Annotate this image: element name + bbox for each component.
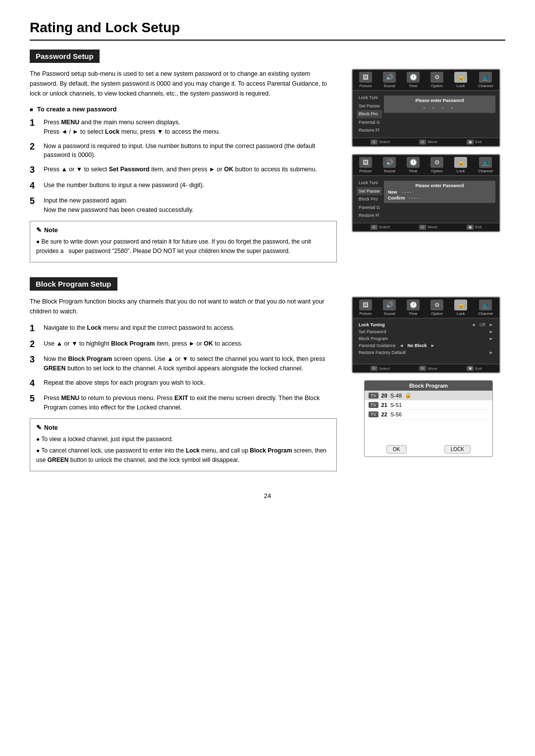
tv-footer-3: ⊙ Select ⊙ Move ▣ Exit: [353, 364, 499, 372]
password-setup-heading: Password Setup: [30, 50, 100, 63]
tv-icon-lock-3: 🔒 Lock: [454, 300, 467, 316]
tv-icon-channel-3: 📺 Channel: [478, 300, 493, 316]
tv-menu-bar-1: 🖼 Picture 🔊 Sound 🕐 Time ⚙ Option: [353, 70, 499, 91]
tv-icon-option-2: ⚙ Option: [430, 157, 443, 173]
tv-dialog-2: Please enter Password New - - - - Confir…: [384, 181, 495, 203]
note-item-1: Be sure to write down your password and …: [36, 237, 330, 256]
tv-icon-channel-1: 📺 Channel: [478, 72, 493, 88]
bp-step-4: 4 Repeat the above steps for each progra…: [30, 378, 337, 389]
bp-row-3: TV 22 S-56: [365, 410, 492, 419]
bp-lock-button[interactable]: LOCK: [444, 445, 471, 454]
note-icon: ✎: [36, 225, 42, 235]
tv-footer-1: ⊙ Select ⊙ Move ▣ Exit: [353, 138, 499, 146]
tv-mockup-2: 🖼 Picture 🔊 Sound 🕐 Time ⚙ Option: [352, 154, 500, 232]
block-program-heading: Block Program Setup: [30, 277, 117, 291]
page-number: 24: [30, 492, 505, 500]
bp-ok-button[interactable]: OK: [386, 445, 406, 454]
block-program-section: Block Program Setup The Block Program fu…: [30, 277, 505, 477]
step-3: 3 Press ▲ or ▼ to select Set Password it…: [30, 165, 337, 176]
bp-step-3: 3 Now the Block Program screen opens. Us…: [30, 354, 337, 373]
tv-icon-time-2: 🕐 Time: [407, 157, 420, 173]
note-label: Note: [44, 225, 58, 235]
step-5: 5 Input the new password again.Now the n…: [30, 196, 337, 215]
bp-row-2: TV 21 S-51: [365, 401, 492, 410]
tv-menu-list-2: Lock Tuni Set Passw Block Pro Parental G…: [357, 179, 382, 220]
block-program-note: ✎ Note To view a locked channel, just in…: [30, 418, 337, 472]
tv-icon-sound-1: 🔊 Sound: [383, 72, 396, 88]
tv-icon-sound-3: 🔊 Sound: [383, 300, 396, 316]
tv-icon-channel-2: 📺 Channel: [478, 157, 493, 173]
tv-icon-picture-3: 🖼 Picture: [359, 300, 372, 316]
block-program-left: The Block Program function blocks any ch…: [30, 297, 337, 477]
page-title: Rating and Lock Setup: [30, 20, 505, 41]
tv-icon-time-3: 🕐 Time: [407, 300, 420, 316]
step-2: 2 Now a password is required to input. U…: [30, 142, 337, 160]
block-program-intro: The Block Program function blocks any ch…: [30, 297, 337, 316]
password-setup-right: 🖼 Picture 🔊 Sound 🕐 Time ⚙ Option: [352, 69, 505, 268]
password-setup-left: The Password setup sub-menu is used to s…: [30, 69, 337, 268]
block-program-right: 🖼 Picture 🔊 Sound 🕐 Time ⚙ Option: [352, 297, 505, 477]
subsection-new-password: To create a new password: [30, 105, 337, 113]
tv-menu-bar-2: 🖼 Picture 🔊 Sound 🕐 Time ⚙ Option: [353, 155, 499, 176]
tv-icon-lock-2: 🔒 Lock: [454, 157, 467, 173]
step-1: 1 Press MENU and the main menu screen di…: [30, 118, 337, 137]
bp-row-1: TV 20 S-48 🔒: [365, 391, 492, 401]
block-program-box: Block Program TV 20 S-48 🔒 TV 21 S-51 TV…: [364, 380, 493, 457]
step-4: 4 Use the number buttons to input a new …: [30, 181, 337, 192]
bp-note-1: To view a locked channel, just input the…: [36, 435, 330, 444]
password-steps: 1 Press MENU and the main menu screen di…: [30, 118, 337, 215]
bp-step-5: 5 Press MENU to return to previous menu.…: [30, 394, 337, 412]
tv-icon-lock-1: 🔒 Lock: [454, 72, 467, 88]
password-note: ✎ Note Be sure to write down your passwo…: [30, 221, 337, 262]
tv-menu-bar-3: 🖼 Picture 🔊 Sound 🕐 Time ⚙ Option: [353, 298, 499, 318]
password-intro: The Password setup sub-menu is used to s…: [30, 69, 337, 99]
tv-menu-list-1: Lock Tuni Set Passw Block Pro Parental G…: [357, 94, 382, 135]
bp-step-1: 1 Navigate to the Lock menu and input th…: [30, 323, 337, 334]
bp-note-2: To cancel channel lock, use password to …: [36, 446, 330, 465]
tv-icon-option-1: ⚙ Option: [430, 72, 443, 88]
bp-step-2: 2 Use ▲ or ▼ to highlight Block Program …: [30, 339, 337, 350]
tv-icon-picture-2: 🖼 Picture: [359, 157, 372, 173]
tv-footer-2: ⊙ Select ⊙ Move ▣ Exit: [353, 223, 499, 231]
bp-header: Block Program: [365, 381, 492, 391]
tv-icon-picture-1: 🖼 Picture: [359, 72, 372, 88]
block-program-steps: 1 Navigate to the Lock menu and input th…: [30, 323, 337, 412]
bp-note-icon: ✎: [36, 423, 42, 433]
bp-footer: OK LOCK: [365, 442, 492, 456]
bp-note-label: Note: [44, 423, 58, 433]
tv-mockup-1: 🖼 Picture 🔊 Sound 🕐 Time ⚙ Option: [352, 69, 500, 147]
tv-dialog-1: Please enter Password - - - -: [384, 96, 495, 113]
tv-icon-option-3: ⚙ Option: [430, 300, 443, 316]
password-setup-section: Password Setup The Password setup sub-me…: [30, 50, 505, 268]
lock-icon-1: 🔒: [405, 392, 412, 399]
tv-mockup-3: 🖼 Picture 🔊 Sound 🕐 Time ⚙ Option: [352, 297, 500, 373]
tv-icon-time-1: 🕐 Time: [407, 72, 420, 88]
tv-icon-sound-2: 🔊 Sound: [383, 157, 396, 173]
